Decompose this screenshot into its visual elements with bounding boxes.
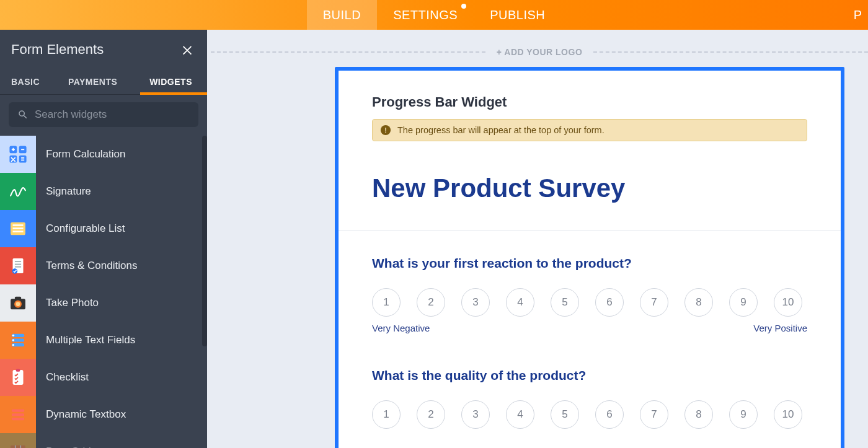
topbar: BUILD SETTINGS PUBLISH P bbox=[0, 0, 868, 30]
svg-text:!: ! bbox=[384, 126, 387, 134]
scale-9[interactable]: 9 bbox=[729, 400, 758, 429]
widget-checklist[interactable]: Checklist bbox=[0, 359, 207, 396]
sidebar-header: Form Elements bbox=[0, 30, 207, 68]
checklist-icon bbox=[0, 359, 36, 396]
progress-bar-widget-block[interactable]: Progress Bar Widget ! The progress bar w… bbox=[372, 94, 807, 141]
scale-4[interactable]: 4 bbox=[506, 400, 534, 429]
scale-2[interactable]: 2 bbox=[417, 400, 445, 429]
form-card[interactable]: Progress Bar Widget ! The progress bar w… bbox=[335, 67, 844, 448]
multi-text-icon bbox=[0, 322, 36, 359]
sidebar-tab-widgets[interactable]: WIDGETS bbox=[135, 68, 207, 94]
widget-label: Data Grid bbox=[36, 446, 91, 448]
svg-point-22 bbox=[12, 344, 14, 346]
progress-bar-widget-banner: ! The progress bar will appear at the to… bbox=[372, 119, 807, 141]
widget-label: Form Calculation bbox=[36, 148, 126, 160]
search-field[interactable] bbox=[9, 102, 198, 127]
form-title[interactable]: New Product Survey bbox=[372, 173, 807, 203]
scale-7[interactable]: 7 bbox=[640, 288, 668, 317]
settings-notification-dot bbox=[461, 4, 466, 9]
search-icon bbox=[17, 109, 29, 120]
widget-data-grid[interactable]: Data Grid bbox=[0, 433, 207, 448]
sidebar-tab-basic[interactable]: BASIC bbox=[0, 68, 51, 94]
question-2-text: What is the quality of the product? bbox=[372, 368, 807, 383]
scale-1[interactable]: 1 bbox=[372, 288, 401, 317]
topbar-right-stub: P bbox=[854, 0, 862, 30]
widget-form-calculation[interactable]: Form Calculation bbox=[0, 136, 207, 173]
dynamic-textbox-icon bbox=[0, 396, 36, 433]
scale-3[interactable]: 3 bbox=[461, 400, 490, 429]
search-input[interactable] bbox=[35, 108, 190, 121]
sidebar-tabs: BASIC PAYMENTS WIDGETS bbox=[0, 68, 207, 95]
svg-point-12 bbox=[12, 268, 18, 274]
widget-label: Configurable List bbox=[36, 222, 125, 235]
scale-3[interactable]: 3 bbox=[461, 288, 490, 317]
camera-icon bbox=[0, 284, 36, 322]
scale-8[interactable]: 8 bbox=[684, 288, 713, 317]
topbar-tabs: BUILD SETTINGS PUBLISH bbox=[307, 0, 562, 30]
config-list-icon bbox=[0, 210, 36, 247]
svg-point-20 bbox=[12, 335, 14, 336]
calc-icon bbox=[0, 136, 36, 173]
question-1-scale: 1 2 3 4 5 6 7 8 9 10 bbox=[372, 288, 807, 317]
sidebar-title: Form Elements bbox=[11, 42, 104, 58]
scale-10[interactable]: 10 bbox=[774, 400, 802, 429]
sidebar: Form Elements BASIC PAYMENTS WIDGETS For… bbox=[0, 30, 207, 448]
sidebar-tab-payments[interactable]: PAYMENTS bbox=[51, 68, 135, 94]
svg-rect-24 bbox=[16, 369, 20, 371]
close-icon bbox=[180, 43, 194, 56]
widget-label: Checklist bbox=[36, 371, 89, 384]
scale-5[interactable]: 5 bbox=[551, 400, 579, 429]
scale-6[interactable]: 6 bbox=[595, 400, 624, 429]
widget-terms[interactable]: Terms & Conditions bbox=[0, 247, 207, 284]
tab-build[interactable]: BUILD bbox=[307, 0, 377, 30]
svg-rect-10 bbox=[15, 264, 21, 265]
terms-icon bbox=[0, 247, 36, 284]
svg-rect-27 bbox=[12, 418, 24, 420]
scale-7[interactable]: 7 bbox=[640, 400, 668, 429]
widget-label: Terms & Conditions bbox=[36, 260, 137, 272]
svg-rect-25 bbox=[12, 410, 24, 412]
tab-settings[interactable]: SETTINGS bbox=[377, 0, 474, 30]
question-2[interactable]: What is the quality of the product? 1 2 … bbox=[372, 368, 807, 429]
widget-take-photo[interactable]: Take Photo bbox=[0, 284, 207, 322]
widget-dynamic-textbox[interactable]: Dynamic Textbox bbox=[0, 396, 207, 433]
question-1[interactable]: What is your first reaction to the produ… bbox=[372, 256, 807, 333]
scale-10[interactable]: 10 bbox=[774, 288, 802, 317]
question-1-text: What is your first reaction to the produ… bbox=[372, 256, 807, 271]
scale-low-label: Very Negative bbox=[372, 323, 430, 333]
widget-signature[interactable]: Signature bbox=[0, 173, 207, 210]
close-button[interactable] bbox=[179, 41, 196, 58]
sidebar-tab-basic-label: BASIC bbox=[11, 77, 40, 87]
search-wrap bbox=[0, 95, 207, 136]
scale-4[interactable]: 4 bbox=[506, 288, 534, 317]
progress-bar-widget-note: The progress bar will appear at the top … bbox=[397, 125, 604, 135]
widget-configurable-list[interactable]: Configurable List bbox=[0, 210, 207, 247]
scale-5[interactable]: 5 bbox=[551, 288, 579, 317]
add-logo-line[interactable]: + ADD YOUR LOGO bbox=[211, 30, 868, 67]
scale-1[interactable]: 1 bbox=[372, 400, 401, 429]
sidebar-tab-widgets-label: WIDGETS bbox=[149, 77, 192, 87]
section-divider bbox=[339, 231, 841, 231]
scale-high-label: Very Positive bbox=[753, 323, 807, 333]
svg-rect-11 bbox=[15, 266, 21, 268]
svg-point-21 bbox=[12, 339, 14, 341]
data-grid-icon bbox=[0, 433, 36, 448]
signature-icon bbox=[0, 173, 36, 210]
sidebar-tab-payments-label: PAYMENTS bbox=[68, 77, 117, 87]
svg-point-16 bbox=[16, 302, 20, 306]
widgets-list: Form Calculation Signature Configurable … bbox=[0, 136, 207, 448]
widget-multi-text[interactable]: Multiple Text Fields bbox=[0, 322, 207, 359]
scale-2[interactable]: 2 bbox=[417, 288, 445, 317]
tab-build-label: BUILD bbox=[323, 8, 361, 22]
sidebar-scrollbar[interactable] bbox=[202, 136, 207, 346]
scale-8[interactable]: 8 bbox=[684, 400, 713, 429]
widget-label: Signature bbox=[36, 185, 91, 198]
scale-9[interactable]: 9 bbox=[729, 288, 758, 317]
dashes-right bbox=[593, 51, 868, 53]
alert-icon: ! bbox=[380, 125, 391, 136]
svg-rect-3 bbox=[19, 156, 27, 163]
question-1-scale-labels: Very Negative Very Positive bbox=[372, 323, 807, 333]
scale-6[interactable]: 6 bbox=[595, 288, 624, 317]
svg-rect-5 bbox=[13, 224, 24, 226]
tab-publish[interactable]: PUBLISH bbox=[474, 0, 561, 30]
